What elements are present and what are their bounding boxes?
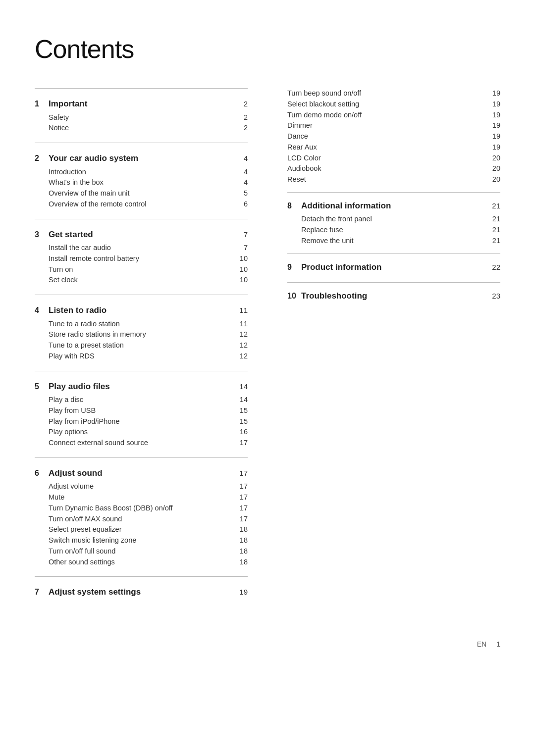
item-page: 12 <box>236 329 248 340</box>
item-label: Play from USB <box>49 405 236 416</box>
list-item: Turn demo mode on/off19 <box>287 110 500 121</box>
item-label: Adjust volume <box>49 481 236 492</box>
footer-page: 1 <box>496 639 500 650</box>
right-column: Turn beep sound on/off19Select blackout … <box>268 88 500 609</box>
list-item: Dimmer19 <box>287 120 500 131</box>
section-title-5: Play audio files <box>46 380 239 393</box>
list-item: Turn on10 <box>49 264 248 275</box>
section-page-3: 7 <box>244 229 248 241</box>
item-page: 2 <box>236 123 248 134</box>
item-label: Overview of the main unit <box>49 188 236 199</box>
section-title-9: Product information <box>298 261 492 274</box>
item-page: 17 <box>236 503 248 514</box>
list-item: Safety2 <box>49 112 248 123</box>
footer-lang: EN <box>477 639 486 650</box>
section-1: 1Important2Safety2Notice2 <box>35 88 248 143</box>
section-num-5: 5 <box>35 381 46 393</box>
section-title-1: Important <box>46 98 244 110</box>
item-label: Dimmer <box>287 120 488 131</box>
item-label: Set clock <box>49 275 236 286</box>
item-label: Turn Dynamic Bass Boost (DBB) on/off <box>49 503 236 514</box>
list-item: Play a disc14 <box>49 395 248 405</box>
item-label: Tune to a preset station <box>49 340 236 351</box>
list-item: Turn Dynamic Bass Boost (DBB) on/off17 <box>49 503 248 514</box>
section-num-10: 10 <box>287 290 298 302</box>
section-num-7: 7 <box>35 586 46 598</box>
item-label: Turn on/off full sound <box>49 546 236 557</box>
list-item: Install remote control battery10 <box>49 253 248 264</box>
section-3: 3Get started7Install the car audio7Insta… <box>35 219 248 295</box>
item-page: 12 <box>236 340 248 351</box>
right-top-items: Turn beep sound on/off19Select blackout … <box>287 88 500 185</box>
list-item: Other sound settings18 <box>49 557 248 568</box>
left-column: 1Important2Safety2Notice22Your car audio… <box>35 88 268 609</box>
section-items-3: Install the car audio7Install remote con… <box>35 243 248 286</box>
item-page: 19 <box>488 88 500 99</box>
item-page: 19 <box>488 99 500 110</box>
item-label: Audiobook <box>287 163 488 174</box>
section-header-6: 6Adjust sound17 <box>35 467 248 480</box>
section-page-5: 14 <box>239 381 248 393</box>
list-item: Play with RDS12 <box>49 351 248 362</box>
section-num-9: 9 <box>287 261 298 273</box>
item-label: Play a disc <box>49 395 236 405</box>
list-item: Play from iPod/iPhone15 <box>49 416 248 427</box>
item-label: Install remote control battery <box>49 253 236 264</box>
section-num-6: 6 <box>35 467 46 479</box>
section-items-4: Tune to a radio station11Store radio sta… <box>35 319 248 362</box>
item-page: 6 <box>236 199 248 210</box>
section-page-8: 21 <box>492 201 500 212</box>
item-page: 18 <box>236 535 248 546</box>
section-num-4: 4 <box>35 304 46 316</box>
section-title-4: Listen to radio <box>46 304 239 317</box>
footer: EN 1 <box>35 639 500 650</box>
section-header-8: 8Additional information21 <box>287 200 500 212</box>
item-label: Turn demo mode on/off <box>287 110 488 121</box>
section-page-9: 22 <box>492 262 500 273</box>
item-page: 20 <box>488 153 500 164</box>
list-item: Install the car audio7 <box>49 243 248 253</box>
item-label: Notice <box>49 123 236 134</box>
item-page: 18 <box>236 546 248 557</box>
item-label: Play with RDS <box>49 351 236 362</box>
list-item: Adjust volume17 <box>49 481 248 492</box>
section-num-1: 1 <box>35 98 46 110</box>
list-item: LCD Color20 <box>287 153 500 164</box>
item-label: Connect external sound source <box>49 438 236 449</box>
section-title-3: Get started <box>46 228 244 241</box>
section-items-5: Play a disc14Play from USB15Play from iP… <box>35 395 248 449</box>
item-page: 20 <box>488 174 500 185</box>
section-page-7: 19 <box>239 587 248 598</box>
section-items-1: Safety2Notice2 <box>35 112 248 134</box>
item-page: 10 <box>236 275 248 286</box>
item-label: Replace fuse <box>301 225 488 236</box>
section-num-2: 2 <box>35 152 46 164</box>
section-4: 4Listen to radio11Tune to a radio statio… <box>35 295 248 371</box>
list-item: What's in the box4 <box>49 177 248 188</box>
item-page: 18 <box>236 524 248 535</box>
list-item: Overview of the main unit5 <box>49 188 248 199</box>
list-item: Store radio stations in memory12 <box>49 329 248 340</box>
list-item: Reset20 <box>287 174 500 185</box>
item-label: Dance <box>287 131 488 142</box>
item-page: 14 <box>236 395 248 405</box>
section-page-4: 11 <box>239 305 248 316</box>
section-num-3: 3 <box>35 229 46 241</box>
item-page: 15 <box>236 405 248 416</box>
section-items-6: Adjust volume17Mute17Turn Dynamic Bass B… <box>35 481 248 567</box>
section-page-2: 4 <box>244 153 248 164</box>
item-page: 21 <box>488 214 500 225</box>
item-label: Turn beep sound on/off <box>287 88 488 99</box>
section-title-2: Your car audio system <box>46 152 244 165</box>
list-item: Rear Aux19 <box>287 142 500 153</box>
item-label: Select blackout setting <box>287 99 488 110</box>
section-title-7: Adjust system settings <box>46 586 239 599</box>
item-page: 4 <box>236 177 248 188</box>
list-item: Play options16 <box>49 427 248 438</box>
section-10: 10Troubleshooting23 <box>287 282 500 311</box>
item-label: Select preset equalizer <box>49 524 236 535</box>
list-item: Audiobook20 <box>287 163 500 174</box>
item-page: 10 <box>236 264 248 275</box>
item-label: Other sound settings <box>49 557 236 568</box>
item-label: Turn on <box>49 264 236 275</box>
